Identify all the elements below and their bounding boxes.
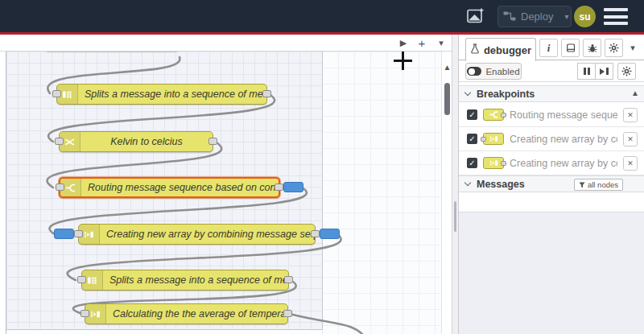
remove-breakpoint-button[interactable]: ✕	[623, 108, 638, 122]
separator-grip[interactable]	[454, 201, 456, 232]
breakpoint-label: Creating new array by combining message …	[510, 134, 617, 145]
step-button[interactable]	[595, 63, 613, 80]
input-port[interactable]	[77, 276, 86, 283]
chevron-down-icon	[464, 89, 471, 96]
node-join-1[interactable]: Creating new array by combining message …	[78, 224, 316, 245]
wire[interactable]	[290, 314, 366, 334]
enabled-toggle[interactable]: Enabled	[465, 63, 522, 80]
user-avatar[interactable]: su	[574, 6, 596, 27]
sidebar-separator[interactable]	[452, 35, 459, 334]
input-port[interactable]	[56, 183, 64, 191]
remove-breakpoint-button[interactable]: ✕	[623, 156, 638, 171]
input-port[interactable]	[52, 90, 61, 97]
breakpoint-marker[interactable]	[54, 229, 74, 239]
sidebar-tab-bar: debugger i ▾	[459, 35, 644, 60]
messages-title: Messages	[477, 179, 525, 190]
output-port[interactable]	[275, 183, 283, 191]
node-label: Splits a message into a sequence of mess…	[78, 89, 266, 100]
node-label: Splits a message into a sequence of mess…	[103, 274, 288, 286]
output-port[interactable]	[311, 230, 320, 237]
workspace-tab-bar: ▶ + ▾	[0, 35, 452, 52]
breakpoint-marker[interactable]	[320, 229, 340, 239]
chevron-down-icon	[464, 179, 471, 186]
breakpoint-label: Creating new array by combining message …	[510, 158, 617, 169]
pause-button[interactable]	[577, 63, 596, 80]
node-label: Routing message sequence based on condit…	[81, 182, 279, 193]
tab-debugger[interactable]: debugger	[465, 38, 536, 61]
enabled-label: Enabled	[485, 67, 519, 76]
filter-label: all nodes	[588, 180, 618, 189]
info-icon[interactable]: i	[539, 39, 558, 57]
node-change[interactable]: Kelvin to celcius	[59, 131, 213, 152]
deploy-label: Deploy	[521, 10, 553, 23]
messages-list-empty	[459, 195, 644, 212]
output-port[interactable]	[208, 138, 217, 145]
panel-menu-chevron-icon[interactable]: ▾	[625, 40, 640, 55]
gear-icon[interactable]	[605, 39, 623, 57]
node-join-2[interactable]: Calculating the the average of temperatu…	[85, 303, 288, 324]
node-label: Kelvin to celcius	[80, 136, 213, 147]
breakpoint-checkbox[interactable]: ✓	[467, 158, 477, 168]
deploy-options-chevron-icon[interactable]: ▾	[564, 12, 568, 21]
output-port[interactable]	[283, 310, 292, 317]
main-menu-icon[interactable]	[604, 8, 628, 25]
breakpoints-section-header[interactable]: Breakpoints ▲	[459, 85, 644, 102]
node-red-window: Deploy ▾ su	[0, 0, 644, 334]
node-split-1[interactable]: Splits a message into a sequence of mess…	[56, 84, 267, 105]
input-port[interactable]	[55, 138, 64, 145]
undeployed-changes-line	[0, 32, 644, 35]
toggle-icon	[467, 67, 481, 76]
deploy-icon	[503, 10, 516, 24]
breakpoint-checkbox[interactable]: ✓	[467, 109, 477, 120]
scrollbar-thumb[interactable]	[444, 83, 450, 115]
breakpoint-row: ✓ Creating new array by combining messag…	[459, 151, 644, 175]
debugger-settings-button[interactable]	[617, 63, 636, 80]
breakpoint-checkbox[interactable]: ✓	[467, 134, 477, 144]
output-port[interactable]	[262, 90, 271, 97]
flask-icon	[470, 43, 480, 56]
node-label: Creating new array by combining message …	[100, 229, 315, 240]
node-label: Calculating the the average of temperatu…	[106, 308, 287, 320]
breakpoints-title: Breakpoints	[477, 89, 535, 100]
remove-breakpoint-button[interactable]: ✕	[623, 132, 638, 146]
add-flow-button[interactable]: +	[415, 35, 429, 50]
canvas-scrollbar: ▲	[441, 52, 452, 334]
flow-list-chevron-icon[interactable]: ▾	[434, 35, 448, 50]
bug-icon[interactable]	[583, 39, 601, 57]
assistant-icon[interactable]	[464, 5, 488, 27]
sidebar: debugger i ▾ Enabled	[459, 35, 644, 334]
input-port[interactable]	[80, 310, 89, 317]
flow-canvas[interactable]: Splits a message into a sequence of mess…	[0, 35, 452, 334]
funnel-icon	[579, 182, 585, 188]
message-filter-button[interactable]: all nodes	[574, 179, 623, 191]
switch-icon	[483, 109, 504, 121]
join-icon	[483, 157, 504, 169]
debugger-toolbar: Enabled	[459, 60, 644, 82]
breakpoint-row: ✓ Routing message sequence based on cond…	[459, 103, 644, 127]
deploy-button[interactable]: Deploy ▾	[497, 6, 572, 27]
sidebar-filler	[459, 212, 644, 334]
breakpoint-label: Routing message sequence based on condit…	[510, 109, 617, 121]
join-icon	[483, 133, 504, 145]
tab-label: debugger	[484, 44, 531, 56]
tab-scroll-right-icon[interactable]: ▶	[396, 35, 411, 50]
input-port[interactable]	[74, 230, 83, 237]
node-split-2[interactable]: Splits a message into a sequence of mess…	[81, 270, 289, 291]
breakpoint-row: ✓ Creating new array by combining messag…	[459, 127, 644, 151]
output-port[interactable]	[284, 276, 293, 283]
breakpoints-scroll-up-icon[interactable]: ▲	[631, 89, 639, 97]
node-switch[interactable]: Routing message sequence based on condit…	[59, 177, 280, 198]
messages-section-header[interactable]: Messages all nodes	[459, 175, 644, 192]
breakpoint-marker[interactable]	[283, 182, 303, 192]
app-header: Deploy ▾ su	[0, 0, 644, 32]
book-icon[interactable]	[561, 39, 580, 57]
